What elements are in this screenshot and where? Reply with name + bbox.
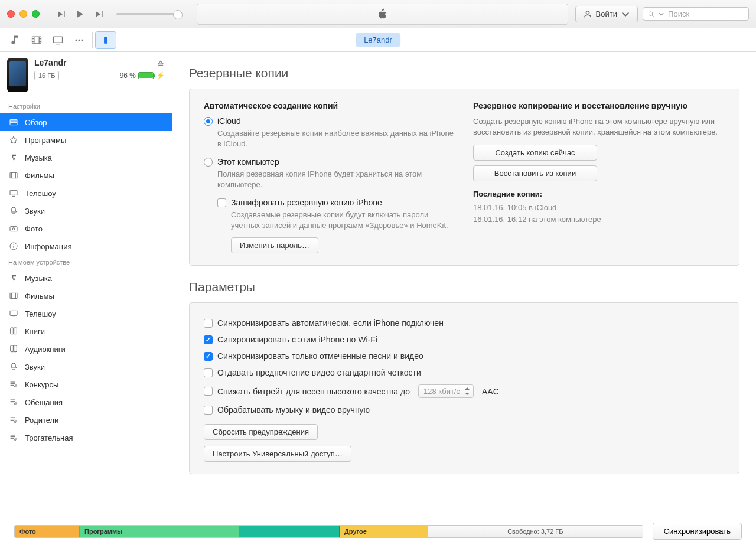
- option-row-2[interactable]: Синхронизировать только отмеченные песни…: [204, 348, 725, 364]
- computer-radio-row[interactable]: Этот компьютер: [204, 157, 455, 167]
- reset-warnings-button[interactable]: Сбросить предупреждения: [204, 424, 318, 440]
- option-row-3[interactable]: Отдавать предпочтение видео стандартной …: [204, 364, 725, 381]
- sidebar-item-label: Фото: [25, 224, 43, 233]
- playlist-icon: [8, 397, 19, 407]
- backup-now-button[interactable]: Создать копию сейчас: [473, 145, 597, 161]
- movies-tab[interactable]: [26, 31, 47, 50]
- sidebar-item-трогательная[interactable]: Трогательная: [0, 429, 172, 446]
- restore-button[interactable]: Восстановить из копии: [473, 165, 597, 181]
- sidebar-item-label: Информация: [25, 242, 72, 251]
- option-row-0[interactable]: Синхронизировать автоматически, если iPh…: [204, 315, 725, 331]
- icloud-radio-row[interactable]: iCloud: [204, 116, 455, 126]
- separator: [92, 32, 93, 48]
- sidebar-item-телешоу[interactable]: Телешоу: [0, 305, 172, 322]
- last-backups-title: Последние копии:: [473, 190, 725, 198]
- more-tab[interactable]: [69, 31, 90, 50]
- list-icon: [8, 117, 19, 128]
- sidebar-item-звуки[interactable]: Звуки: [0, 202, 172, 220]
- music-icon: [8, 152, 19, 163]
- sidebar-item-label: Звуки: [25, 363, 45, 371]
- storage-seg-apps: Программы: [80, 526, 239, 537]
- option-checkbox-0[interactable]: [204, 319, 213, 328]
- bitrate-suffix: AAC: [482, 387, 499, 396]
- radio-computer[interactable]: [204, 158, 213, 167]
- option-checkbox-3[interactable]: [204, 368, 213, 377]
- change-password-button[interactable]: Изменить пароль…: [231, 237, 318, 253]
- bitrate-select[interactable]: 128 кбит/с: [418, 384, 474, 398]
- backups-title: Резервные копии: [189, 52, 739, 89]
- music-tab[interactable]: [5, 31, 26, 50]
- search-field[interactable]: [643, 7, 749, 21]
- computer-label: Этот компьютер: [217, 157, 279, 167]
- sidebar-item-label: Программы: [25, 136, 66, 145]
- sidebar-item-звуки[interactable]: Звуки: [0, 358, 172, 376]
- sidebar-item-аудиокниги[interactable]: Аудиокниги: [0, 340, 172, 358]
- main-content: Резервные копии Автоматическое создание …: [172, 52, 756, 514]
- icloud-desc: Создавайте резервные копии наиболее важн…: [217, 128, 455, 149]
- sidebar-item-родители[interactable]: Родители: [0, 411, 172, 429]
- svg-rect-2: [54, 37, 63, 43]
- sidebar-item-книги[interactable]: Книги: [0, 322, 172, 340]
- apps-icon: [8, 135, 19, 145]
- sidebar-item-конкурсы[interactable]: Конкурсы: [0, 376, 172, 393]
- svg-rect-9: [10, 190, 17, 195]
- sidebar-item-информация[interactable]: Информация: [0, 237, 172, 255]
- device-chip[interactable]: Le7andr: [356, 33, 400, 47]
- account-button[interactable]: Войти: [575, 6, 638, 22]
- sidebar-item-музыка[interactable]: Музыка: [0, 269, 172, 287]
- svg-rect-13: [10, 293, 17, 298]
- volume-slider[interactable]: [116, 13, 181, 15]
- eject-button[interactable]: [157, 60, 165, 70]
- encrypt-checkbox[interactable]: [217, 198, 226, 207]
- option-row-5[interactable]: Обрабатывать музыку и видео вручную: [204, 402, 725, 418]
- audiobook-icon: [8, 344, 19, 354]
- window-controls: [7, 10, 40, 18]
- option-checkbox-1[interactable]: [204, 335, 213, 344]
- music-icon: [8, 273, 19, 283]
- radio-icloud[interactable]: [204, 117, 213, 126]
- bell-icon: [8, 361, 19, 372]
- svg-point-3: [76, 39, 77, 41]
- option-checkbox-5[interactable]: [204, 406, 213, 415]
- manual-backup-desc: Создать резервную копию iPhone на этом к…: [473, 116, 725, 138]
- prev-track-button[interactable]: [51, 8, 70, 20]
- last-backup-icloud: 18.01.16, 10:05 в iCloud: [473, 202, 725, 214]
- zoom-window-button[interactable]: [32, 10, 40, 18]
- minimize-window-button[interactable]: [19, 10, 27, 18]
- tv-tab[interactable]: [47, 31, 69, 50]
- sidebar-item-программы[interactable]: Программы: [0, 131, 172, 149]
- sidebar-item-label: Родители: [25, 416, 58, 425]
- device-header: Le7andr 16 ГБ 96 % ⚡: [0, 52, 172, 99]
- sidebar-item-обзор[interactable]: Обзор: [0, 113, 172, 131]
- lcd-display: [197, 4, 568, 25]
- icloud-label: iCloud: [217, 116, 241, 126]
- option-row-1[interactable]: Синхронизировать с этим iPhone по Wi-Fi: [204, 331, 725, 348]
- option-checkbox-2[interactable]: [204, 352, 213, 361]
- sync-button[interactable]: Синхронизировать: [653, 523, 742, 540]
- film-icon: [8, 291, 19, 301]
- tv-icon: [8, 188, 19, 198]
- sidebar-item-фильмы[interactable]: Фильмы: [0, 287, 172, 305]
- svg-point-0: [586, 11, 589, 14]
- option-label: Обрабатывать музыку и видео вручную: [217, 405, 370, 415]
- sidebar-item-label: Обзор: [25, 118, 47, 127]
- film-icon: [8, 170, 19, 181]
- encrypt-row[interactable]: Зашифровать резервную копию iPhone: [217, 198, 455, 207]
- search-input[interactable]: [668, 9, 744, 18]
- sidebar-item-фильмы[interactable]: Фильмы: [0, 167, 172, 184]
- play-button[interactable]: [70, 8, 89, 20]
- sidebar-item-фото[interactable]: Фото: [0, 220, 172, 237]
- sidebar-item-музыка[interactable]: Музыка: [0, 149, 172, 167]
- sidebar-item-обещания[interactable]: Обещания: [0, 393, 172, 411]
- configure-access-button[interactable]: Настроить Универсальный доступ…: [204, 446, 351, 462]
- storage-bar: Фото Программы Другое Свободно: 3,72 ГБ: [14, 525, 643, 538]
- sidebar-item-телешоу[interactable]: Телешоу: [0, 184, 172, 202]
- option-checkbox-4[interactable]: [204, 387, 213, 396]
- next-track-button[interactable]: [89, 8, 108, 20]
- camera-icon: [8, 223, 19, 234]
- close-window-button[interactable]: [7, 10, 15, 18]
- battery-percent: 96 %: [120, 71, 136, 80]
- sidebar-section-settings: Настройки: [0, 99, 172, 113]
- option-row-4[interactable]: Снижать битрейт для песен высокого качес…: [204, 381, 725, 402]
- device-tab[interactable]: [95, 31, 116, 49]
